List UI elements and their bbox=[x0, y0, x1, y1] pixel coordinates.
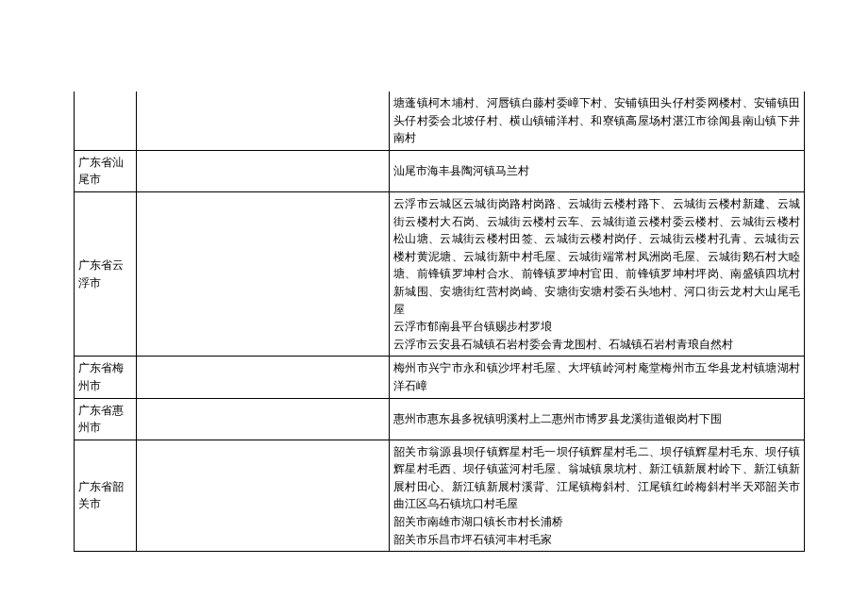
table-row: 广东省韶关市 韶关市翁源县坝仔镇辉星村毛一坝仔镇辉星村毛二、坝仔镇辉星村毛东、坝… bbox=[75, 440, 805, 552]
region-cell bbox=[75, 91, 137, 150]
content-cell: 塘蓬镇柯木埔村、河唇镇白藤村委嶂下村、安铺镇田头仔村委网楼村、安铺镇田头仔村委会… bbox=[390, 91, 805, 150]
mid-cell bbox=[137, 398, 390, 440]
table-row: 塘蓬镇柯木埔村、河唇镇白藤村委嶂下村、安铺镇田头仔村委网楼村、安铺镇田头仔村委会… bbox=[75, 91, 805, 150]
table-row: 广东省汕尾市 汕尾市海丰县陶河镇马兰村 bbox=[75, 150, 805, 191]
region-cell: 广东省梅州市 bbox=[75, 357, 137, 398]
mid-cell bbox=[137, 150, 390, 191]
document-page: 塘蓬镇柯木埔村、河唇镇白藤村委嶂下村、安铺镇田头仔村委网楼村、安铺镇田头仔村委会… bbox=[0, 0, 868, 614]
content-cell: 韶关市翁源县坝仔镇辉星村毛一坝仔镇辉星村毛二、坝仔镇辉星村毛东、坝仔镇辉星村毛西… bbox=[390, 440, 805, 552]
mid-cell bbox=[137, 357, 390, 398]
mid-cell bbox=[137, 91, 390, 150]
content-cell: 云浮市云城区云城街岗路村岗路、云城街云楼村路下、云城街云楼村新建、云城街云楼村大… bbox=[390, 191, 805, 356]
region-cell: 广东省云浮市 bbox=[75, 191, 137, 356]
region-cell: 广东省惠州市 bbox=[75, 398, 137, 440]
content-cell: 惠州市惠东县多祝镇明溪村上二惠州市博罗县龙溪街道银岗村下围 bbox=[390, 398, 805, 440]
region-table: 塘蓬镇柯木埔村、河唇镇白藤村委嶂下村、安铺镇田头仔村委网楼村、安铺镇田头仔村委会… bbox=[74, 91, 805, 552]
content-cell: 汕尾市海丰县陶河镇马兰村 bbox=[390, 150, 805, 191]
table-row: 广东省惠州市 惠州市惠东县多祝镇明溪村上二惠州市博罗县龙溪街道银岗村下围 bbox=[75, 398, 805, 440]
table-row: 广东省梅州市 梅州市兴宁市永和镇沙坪村毛屋、大坪镇岭河村庵堂梅州市五华县龙村镇塘… bbox=[75, 357, 805, 398]
region-cell: 广东省韶关市 bbox=[75, 440, 137, 552]
content-cell: 梅州市兴宁市永和镇沙坪村毛屋、大坪镇岭河村庵堂梅州市五华县龙村镇塘湖村洋石嶂 bbox=[390, 357, 805, 398]
table-row: 广东省云浮市 云浮市云城区云城街岗路村岗路、云城街云楼村路下、云城街云楼村新建、… bbox=[75, 191, 805, 356]
mid-cell bbox=[137, 440, 390, 552]
mid-cell bbox=[137, 191, 390, 356]
region-cell: 广东省汕尾市 bbox=[75, 150, 137, 191]
